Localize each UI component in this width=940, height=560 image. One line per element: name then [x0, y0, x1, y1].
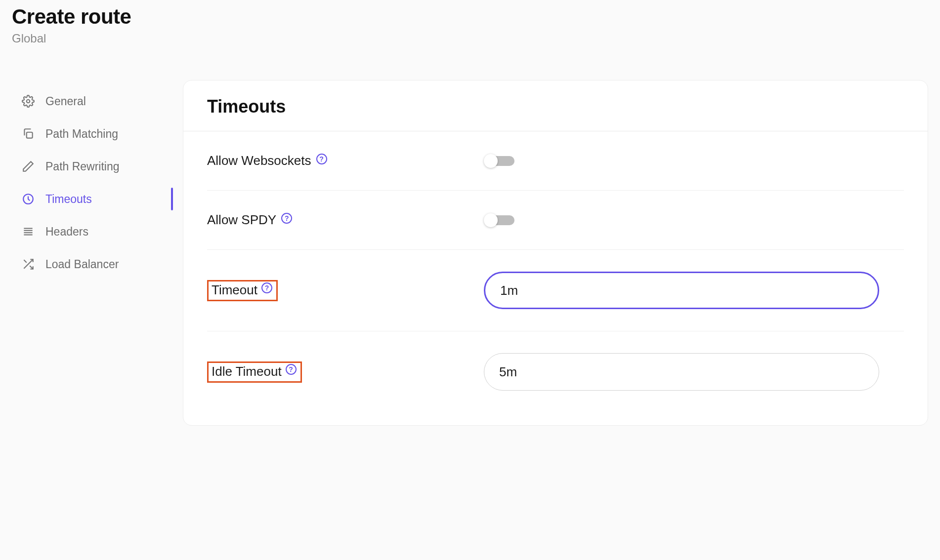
sidebar-item-label: Load Balancer	[45, 258, 119, 271]
page-subtitle: Global	[12, 32, 928, 45]
help-icon[interactable]: ?	[281, 213, 292, 224]
idle-timeout-input[interactable]	[484, 353, 879, 391]
allow-spdy-toggle[interactable]	[484, 213, 515, 227]
sidebar-item-path-matching[interactable]: Path Matching	[22, 118, 155, 150]
gear-icon	[22, 95, 35, 108]
help-icon[interactable]: ?	[286, 364, 297, 375]
sidebar-item-label: Timeouts	[45, 193, 92, 206]
allow-websockets-label: Allow Websockets	[207, 153, 311, 168]
highlight-idle-timeout: Idle Timeout ?	[207, 361, 302, 383]
row-timeout: Timeout ?	[207, 250, 904, 331]
toggle-thumb	[484, 154, 498, 168]
sidebar-item-label: General	[45, 95, 86, 108]
toggle-thumb	[484, 213, 498, 227]
list-icon	[22, 225, 35, 238]
row-allow-spdy: Allow SPDY ?	[207, 191, 904, 250]
page-header: Create route Global	[12, 5, 928, 45]
sidebar: General Path Matching Path Rewritin	[12, 80, 155, 280]
sidebar-item-path-rewriting[interactable]: Path Rewriting	[22, 150, 155, 183]
highlight-timeout: Timeout ?	[207, 280, 278, 301]
page-title: Create route	[12, 5, 928, 29]
row-allow-websockets: Allow Websockets ?	[207, 131, 904, 191]
help-icon[interactable]: ?	[261, 282, 272, 293]
sidebar-item-load-balancer[interactable]: Load Balancer	[22, 248, 155, 280]
copy-icon	[22, 127, 35, 140]
svg-rect-1	[27, 132, 33, 138]
allow-spdy-label: Allow SPDY	[207, 212, 276, 228]
sidebar-item-label: Path Rewriting	[45, 160, 120, 173]
sidebar-item-label: Headers	[45, 225, 88, 239]
allow-websockets-toggle[interactable]	[484, 154, 515, 168]
sidebar-item-label: Path Matching	[45, 127, 118, 141]
sidebar-item-general[interactable]: General	[22, 85, 155, 118]
settings-panel: Timeouts Allow Websockets ? Allow SPDY ?	[183, 80, 928, 426]
sidebar-item-timeouts[interactable]: Timeouts	[22, 183, 155, 215]
timeout-label: Timeout	[212, 282, 257, 298]
shuffle-icon	[22, 258, 35, 271]
sidebar-item-headers[interactable]: Headers	[22, 215, 155, 248]
timeout-input[interactable]	[484, 272, 879, 309]
idle-timeout-label: Idle Timeout	[212, 364, 282, 379]
clock-icon	[22, 193, 35, 205]
svg-point-0	[27, 100, 30, 103]
panel-title: Timeouts	[207, 96, 904, 131]
row-idle-timeout: Idle Timeout ?	[207, 331, 904, 396]
pencil-icon	[22, 160, 35, 173]
help-icon[interactable]: ?	[316, 154, 327, 164]
